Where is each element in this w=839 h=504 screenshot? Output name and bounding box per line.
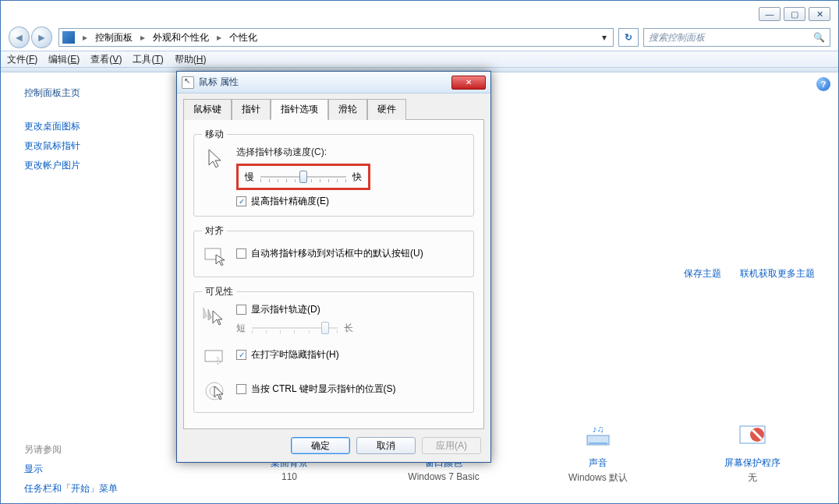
checkbox-icon <box>236 305 246 315</box>
hide-typing-checkbox[interactable]: ✓ 在打字时隐藏指针(H) <box>236 348 339 361</box>
chevron-right-icon: ▸ <box>214 32 225 43</box>
chevron-right-icon: ▸ <box>80 32 90 43</box>
tab-body: 移动 选择指针移动速度(C): 慢 <box>183 119 484 429</box>
visibility-legend: 可见性 <box>202 285 236 298</box>
sidebar-link-account-picture[interactable]: 更改帐户图片 <box>24 159 149 172</box>
search-placeholder: 搜索控制面板 <box>649 31 705 44</box>
item-screensaver[interactable]: 屏幕保护程序 无 <box>682 419 823 485</box>
trail-checkbox[interactable]: 显示指针轨迹(D) <box>236 303 320 316</box>
menu-edit[interactable]: 编辑(E) <box>48 53 80 66</box>
nav-buttons: ◄ ► <box>9 26 54 48</box>
slow-label: 慢 <box>245 171 254 184</box>
ctrl-locate-checkbox[interactable]: 当按 CTRL 键时显示指针的位置(S) <box>236 382 396 396</box>
trail-icon <box>202 303 228 330</box>
speed-label: 选择指针移动速度(C): <box>236 146 466 159</box>
chevron-right-icon: ▸ <box>137 32 148 43</box>
address-dropdown-icon[interactable]: ▾ <box>599 32 610 43</box>
snap-icon <box>202 242 228 269</box>
menu-help[interactable]: 帮助(H) <box>175 53 207 66</box>
sidebar-link-mouse-pointer[interactable]: 更改鼠标指针 <box>24 139 149 153</box>
item-title: 屏幕保护程序 <box>724 456 781 470</box>
close-button[interactable]: ✕ <box>809 7 830 21</box>
maximize-button[interactable]: ▢ <box>784 7 805 21</box>
speed-highlight-box: 慢 快 <box>236 164 370 190</box>
trail-length-slider <box>252 320 338 336</box>
ctrl-locate-icon <box>202 378 228 404</box>
sidebar-link-display[interactable]: 显示 <box>24 463 149 476</box>
sidebar: 控制面板主页 更改桌面图标 更改鼠标指针 更改帐户图片 另请参阅 显示 任务栏和… <box>1 72 157 503</box>
hide-typing-icon <box>202 344 228 370</box>
tab-buttons[interactable]: 鼠标键 <box>183 99 232 120</box>
sidebar-link-desktop-icons[interactable]: 更改桌面图标 <box>24 120 149 133</box>
hide-label: 在打字时隐藏指针(H) <box>251 348 339 361</box>
item-sound[interactable]: ♪♫ 声音 Windows 默认 <box>528 419 668 485</box>
short-label: 短 <box>236 322 246 335</box>
search-icon[interactable]: 🔍 <box>813 32 825 43</box>
address-bar[interactable]: ▸ 控制面板 ▸ 外观和个性化 ▸ 个性化 ▾ <box>58 28 614 47</box>
sound-svg-icon: ♪♫ <box>581 421 615 449</box>
save-theme-link[interactable]: 保存主题 <box>684 267 721 280</box>
breadcrumb[interactable]: 外观和个性化 <box>153 31 209 44</box>
forward-button[interactable]: ► <box>31 26 52 48</box>
address-row: ◄ ► ▸ 控制面板 ▸ 外观和个性化 ▸ 个性化 ▾ ↻ 搜索控制面板 🔍 <box>1 24 838 51</box>
minimize-button[interactable]: — <box>759 7 781 21</box>
dialog-titlebar[interactable]: 鼠标 属性 ✕ <box>177 72 490 93</box>
back-button[interactable]: ◄ <box>9 26 30 48</box>
checkbox-icon: ✓ <box>236 196 246 206</box>
dialog-close-button[interactable]: ✕ <box>451 76 486 90</box>
ok-button[interactable]: 确定 <box>291 437 350 454</box>
snap-legend: 对齐 <box>202 224 227 238</box>
mouse-icon <box>182 76 194 89</box>
fast-label: 快 <box>352 171 362 184</box>
sound-icon: ♪♫ <box>579 419 618 452</box>
cancel-button[interactable]: 取消 <box>356 437 416 454</box>
dialog-buttons: 确定 取消 应用(A) <box>177 429 490 462</box>
screensaver-svg-icon <box>735 421 770 449</box>
snap-label: 自动将指针移动到对话框中的默认按钮(U) <box>251 247 423 260</box>
tab-pointer-options[interactable]: 指针选项 <box>271 99 328 120</box>
window-titlebar: — ▢ ✕ <box>1 1 838 24</box>
dialog-title: 鼠标 属性 <box>199 76 451 89</box>
tab-pointers[interactable]: 指针 <box>232 99 271 120</box>
menu-file[interactable]: 文件(F) <box>7 53 37 66</box>
breadcrumb[interactable]: 控制面板 <box>95 31 133 44</box>
theme-links: 保存主题 联机获取更多主题 <box>684 267 815 280</box>
menu-view[interactable]: 查看(V) <box>90 53 122 66</box>
mouse-properties-dialog: 鼠标 属性 ✕ 鼠标键 指针 指针选项 滑轮 硬件 移动 选择指针移动速度(C)… <box>176 71 491 463</box>
ctrl-label: 当按 CTRL 键时显示指针的位置(S) <box>251 382 396 396</box>
menu-tools[interactable]: 工具(T) <box>133 53 163 66</box>
snap-checkbox[interactable]: 自动将指针移动到对话框中的默认按钮(U) <box>236 247 423 260</box>
search-input[interactable]: 搜索控制面板 🔍 <box>643 28 830 47</box>
screensaver-icon <box>733 419 772 452</box>
tab-wheel[interactable]: 滑轮 <box>328 99 367 120</box>
more-themes-link[interactable]: 联机获取更多主题 <box>740 267 815 280</box>
sidebar-link-taskbar[interactable]: 任务栏和「开始」菜单 <box>24 482 149 495</box>
item-title: 声音 <box>589 456 607 470</box>
item-sub: Windows 7 Basic <box>408 471 479 482</box>
apply-button: 应用(A) <box>422 437 481 454</box>
checkbox-icon: ✓ <box>236 350 246 360</box>
checkbox-icon <box>236 248 246 259</box>
item-sub: 无 <box>748 471 757 485</box>
item-sub: Windows 默认 <box>568 471 628 485</box>
long-label: 长 <box>344 322 353 335</box>
trail-label: 显示指针轨迹(D) <box>251 303 320 316</box>
movement-group: 移动 选择指针移动速度(C): 慢 <box>193 128 474 217</box>
help-icon[interactable]: ? <box>816 77 830 91</box>
tab-hardware[interactable]: 硬件 <box>367 99 406 120</box>
enhance-precision-checkbox[interactable]: ✓ 提高指针精确度(E) <box>236 195 329 208</box>
menu-bar: 文件(F) 编辑(E) 查看(V) 工具(T) 帮助(H) <box>1 51 838 68</box>
cursor-icon <box>202 146 228 172</box>
svg-text:♪♫: ♪♫ <box>593 424 604 435</box>
breadcrumb[interactable]: 个性化 <box>229 31 257 44</box>
checkbox-icon <box>236 384 246 394</box>
pointer-speed-slider[interactable] <box>260 169 346 185</box>
sidebar-heading[interactable]: 控制面板主页 <box>24 86 149 100</box>
sidebar-also-label: 另请参阅 <box>24 443 149 456</box>
refresh-button[interactable]: ↻ <box>618 28 639 47</box>
location-icon <box>62 31 75 44</box>
enhance-label: 提高指针精确度(E) <box>251 195 329 208</box>
tab-strip: 鼠标键 指针 指针选项 滑轮 硬件 <box>177 93 490 119</box>
explorer-window: — ▢ ✕ ◄ ► ▸ 控制面板 ▸ 外观和个性化 ▸ 个性化 ▾ ↻ 搜索控制… <box>0 0 839 504</box>
visibility-group: 可见性 显示指针轨迹(D) 短 <box>193 285 474 413</box>
